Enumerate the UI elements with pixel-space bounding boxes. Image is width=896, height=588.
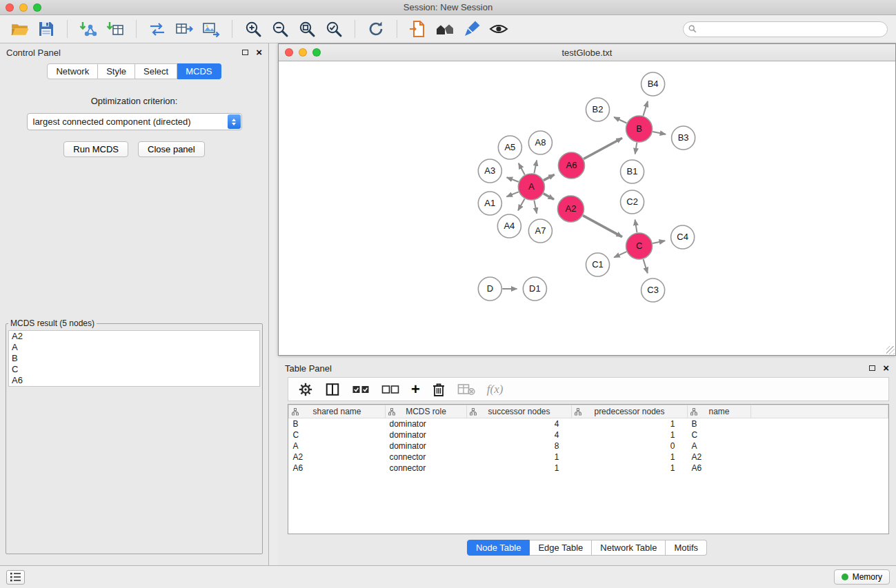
graph-node-B4[interactable]: B4 bbox=[641, 72, 665, 96]
graph-edge-A-A7[interactable] bbox=[534, 201, 537, 214]
zoom-selected-button[interactable] bbox=[323, 18, 345, 40]
import-network-button[interactable] bbox=[77, 18, 99, 40]
graph-node-C3[interactable]: C3 bbox=[641, 278, 665, 302]
graph-edge-C-C4[interactable] bbox=[653, 241, 665, 243]
table-row[interactable]: Cdominator41C bbox=[289, 429, 888, 440]
mcds-result-item[interactable]: B bbox=[9, 353, 259, 364]
close-window-button[interactable] bbox=[6, 3, 14, 12]
zoom-out-button[interactable] bbox=[269, 18, 291, 40]
select-all-button[interactable] bbox=[352, 383, 370, 396]
graph-edge-B-B3[interactable] bbox=[653, 132, 666, 134]
node-table-container[interactable]: shared name MCDS role successor nodes pr… bbox=[288, 404, 889, 534]
graph-node-B[interactable]: B bbox=[626, 116, 653, 142]
graph-node-B3[interactable]: B3 bbox=[672, 126, 695, 150]
export-network-button[interactable] bbox=[146, 18, 168, 40]
close-panel-button[interactable]: Close panel bbox=[138, 141, 205, 157]
tab-network-table[interactable]: Network Table bbox=[592, 540, 666, 556]
graph-edge-A6-B[interactable] bbox=[584, 138, 622, 159]
import-table-button[interactable] bbox=[104, 18, 126, 40]
network-zoom-button[interactable] bbox=[312, 48, 321, 57]
tab-mcds[interactable]: MCDS bbox=[177, 63, 221, 79]
graph-node-A5[interactable]: A5 bbox=[498, 136, 521, 159]
tab-motifs[interactable]: Motifs bbox=[666, 540, 707, 556]
export-image-button[interactable] bbox=[200, 18, 222, 40]
refresh-view-button[interactable] bbox=[365, 18, 387, 40]
table-row[interactable]: Adominator80A bbox=[289, 440, 888, 452]
graph-node-A4[interactable]: A4 bbox=[497, 214, 521, 238]
task-history-button[interactable] bbox=[6, 570, 25, 585]
delete-table-button[interactable] bbox=[457, 383, 475, 396]
graph-node-D[interactable]: D bbox=[478, 277, 501, 301]
column-header-mcds-role[interactable]: MCDS role bbox=[386, 405, 467, 418]
column-header-successor-nodes[interactable]: successor nodes bbox=[467, 405, 572, 418]
minimize-window-button[interactable] bbox=[19, 3, 28, 12]
resize-handle-icon[interactable] bbox=[886, 346, 895, 354]
tab-select[interactable]: Select bbox=[135, 63, 177, 79]
tab-style[interactable]: Style bbox=[98, 63, 135, 79]
graph-edge-A-A6[interactable] bbox=[544, 174, 555, 180]
memory-button[interactable]: Memory bbox=[834, 569, 890, 585]
graph-node-A8[interactable]: A8 bbox=[528, 131, 552, 154]
network-close-button[interactable] bbox=[285, 48, 293, 57]
graph-edge-A2-C[interactable] bbox=[583, 216, 622, 237]
graph-node-B1[interactable]: B1 bbox=[621, 160, 644, 183]
mcds-result-item[interactable]: A bbox=[9, 342, 259, 353]
graph-edge-A-A3[interactable] bbox=[507, 177, 519, 182]
graph-edge-A-A2[interactable] bbox=[544, 194, 554, 200]
column-header-name[interactable]: name bbox=[688, 405, 751, 418]
float-panel-icon[interactable] bbox=[242, 50, 248, 55]
table-settings-button[interactable] bbox=[298, 382, 313, 397]
graph-edge-C-C3[interactable] bbox=[644, 259, 648, 273]
graph-edge-A-A1[interactable] bbox=[506, 192, 518, 196]
graph-edge-B-B2[interactable] bbox=[614, 117, 626, 123]
graph-node-C[interactable]: C bbox=[626, 233, 653, 259]
zoom-window-button[interactable] bbox=[33, 3, 41, 12]
graph-node-A1[interactable]: A1 bbox=[478, 192, 501, 215]
graph-edge-B-B1[interactable] bbox=[635, 143, 637, 154]
add-column-button[interactable]: + bbox=[411, 383, 420, 396]
apply-style-button[interactable] bbox=[461, 18, 483, 40]
graph-node-A7[interactable]: A7 bbox=[528, 219, 552, 243]
tab-edge-table[interactable]: Edge Table bbox=[530, 540, 592, 556]
graph-edge-A-A8[interactable] bbox=[534, 161, 537, 174]
column-header-predecessor-nodes[interactable]: predecessor nodes bbox=[572, 405, 688, 418]
graph-edge-B-B4[interactable] bbox=[643, 101, 648, 116]
zoom-in-button[interactable] bbox=[242, 18, 264, 40]
table-row[interactable]: A6connector11A6 bbox=[289, 463, 888, 474]
close-panel-icon[interactable]: × bbox=[256, 49, 262, 56]
open-session-button[interactable] bbox=[8, 18, 30, 40]
graph-edge-C-C1[interactable] bbox=[614, 252, 626, 257]
show-columns-button[interactable] bbox=[325, 382, 340, 397]
search-input[interactable] bbox=[700, 24, 882, 34]
mcds-result-item[interactable]: A6 bbox=[9, 375, 259, 386]
show-hide-button[interactable] bbox=[488, 18, 510, 40]
function-builder-button[interactable]: f(x) bbox=[487, 383, 504, 396]
column-header-shared-name[interactable]: shared name bbox=[289, 405, 386, 418]
export-table-button[interactable] bbox=[173, 18, 195, 40]
mcds-result-item[interactable]: C bbox=[9, 364, 259, 375]
delete-column-button[interactable] bbox=[432, 382, 446, 397]
mcds-result-item[interactable]: A2 bbox=[9, 331, 259, 342]
graph-node-C1[interactable]: C1 bbox=[586, 253, 609, 276]
network-minimize-button[interactable] bbox=[299, 48, 307, 57]
table-row[interactable]: A2connector11A2 bbox=[289, 452, 888, 463]
network-graph[interactable]: B4B2BB3A8A5A6A3B1AC2A1A2A4A7C4CC1C3DD1 bbox=[279, 61, 895, 355]
table-row[interactable]: Bdominator41B bbox=[289, 418, 888, 430]
network-canvas[interactable]: B4B2BB3A8A5A6A3B1AC2A1A2A4A7C4CC1C3DD1 bbox=[279, 61, 895, 355]
graph-node-A[interactable]: A bbox=[518, 174, 544, 200]
graph-node-A6[interactable]: A6 bbox=[558, 152, 584, 179]
deselect-all-button[interactable] bbox=[381, 383, 399, 396]
home-button[interactable] bbox=[434, 18, 456, 40]
zoom-fit-button[interactable] bbox=[296, 18, 318, 40]
graph-edge-A-A4[interactable] bbox=[518, 199, 525, 210]
graph-node-A3[interactable]: A3 bbox=[478, 159, 501, 183]
tab-node-table[interactable]: Node Table bbox=[467, 540, 530, 556]
graph-edge-A-A5[interactable] bbox=[519, 163, 525, 175]
search-box[interactable] bbox=[683, 21, 888, 37]
graph-node-C2[interactable]: C2 bbox=[621, 190, 644, 214]
float-table-panel-icon[interactable] bbox=[869, 365, 875, 371]
mcds-result-list[interactable]: A2ABCA6 bbox=[8, 330, 260, 387]
close-table-panel-icon[interactable]: × bbox=[883, 365, 889, 372]
criterion-dropdown[interactable]: largest connected component (directed) bbox=[27, 113, 242, 130]
run-mcds-button[interactable]: Run MCDS bbox=[63, 141, 128, 157]
